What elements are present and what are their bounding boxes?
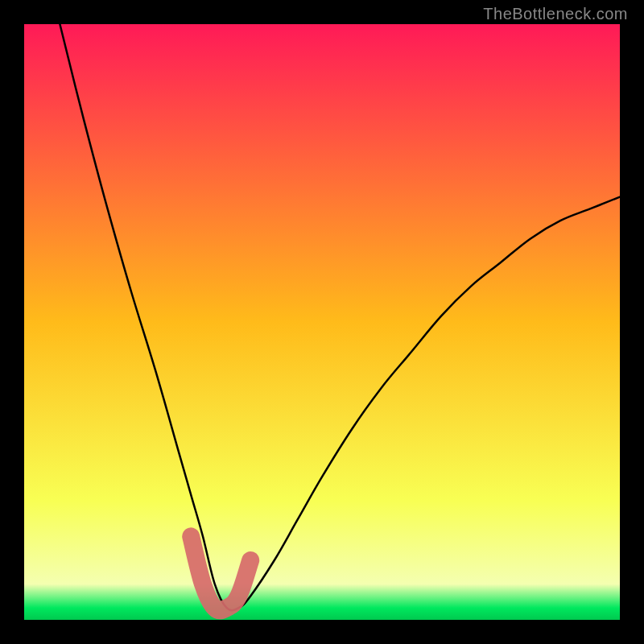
chart-frame: TheBottleneck.com (0, 0, 644, 644)
chart-background (24, 24, 620, 620)
chart-svg (0, 0, 644, 644)
watermark-text: TheBottleneck.com (483, 5, 628, 23)
